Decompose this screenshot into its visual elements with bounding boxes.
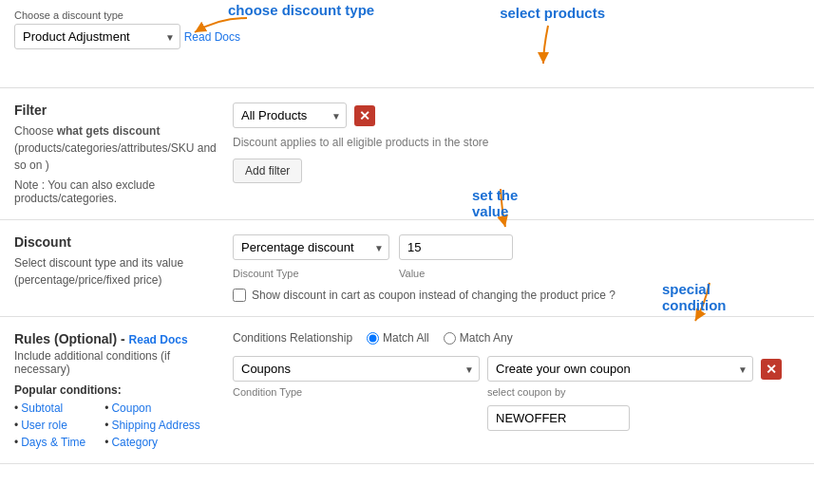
condition-type-field-label: Condition Type	[233, 386, 480, 398]
filter-note: Note : You can also exclude products/cat…	[14, 178, 218, 205]
rules-read-docs-link[interactable]: Read Docs	[129, 333, 188, 346]
rules-section: special condition Rules (Optional) - Rea…	[0, 317, 814, 464]
discount-desc: Select discount type and its value (perc…	[14, 254, 218, 289]
filter-helper-text: Discount applies to all eligible product…	[233, 136, 800, 149]
user-role-link[interactable]: User role	[14, 419, 85, 432]
coupon-link[interactable]: Coupon	[104, 401, 200, 415]
filter-section: Filter Choose what gets discount (produc…	[0, 88, 814, 220]
rules-desc: Include additional conditions (if necess…	[14, 349, 218, 376]
filter-desc: Choose what gets discount (products/cate…	[14, 122, 218, 174]
discount-title: Discount	[14, 234, 218, 250]
filter-desc-bold: what gets discount	[57, 124, 161, 138]
subtotal-link[interactable]: Subtotal	[14, 401, 85, 415]
discount-type-label-field: Discount Type	[233, 268, 389, 279]
discount-type-select[interactable]: Product Adjustment	[14, 24, 180, 49]
arrow-choose-type	[180, 13, 256, 42]
conditions-relationship-label: Conditions Relationship	[233, 331, 352, 345]
discount-section: set the value Discount Select discount t…	[0, 220, 814, 317]
rules-title: Rules (Optional) - Read Docs	[14, 331, 218, 346]
match-any-label[interactable]: Match Any	[444, 331, 513, 345]
filter-title: Filter	[14, 103, 218, 118]
coupon-select-label: select coupon by	[487, 386, 753, 398]
popular-conditions-title: Popular conditions:	[14, 383, 218, 397]
show-as-coupon-checkbox[interactable]	[233, 289, 246, 302]
match-all-label[interactable]: Match All	[367, 331, 429, 345]
discount-type-dropdown[interactable]: Percentage discount	[233, 234, 389, 260]
discount-value-input[interactable]	[399, 234, 513, 260]
shipping-address-link[interactable]: Shipping Address	[104, 419, 200, 432]
condition-type-select[interactable]: Coupons	[233, 356, 480, 382]
match-all-text: Match All	[383, 331, 429, 345]
remove-condition-button[interactable]: ✕	[761, 359, 782, 380]
coupon-select-by[interactable]: Create your own coupon	[487, 356, 753, 382]
match-all-radio[interactable]	[367, 332, 379, 345]
show-as-coupon-label: Show discount in cart as coupon instead …	[252, 289, 615, 302]
annotation-select-products: select products	[500, 5, 605, 21]
arrow-select-products	[520, 21, 577, 68]
match-any-text: Match Any	[460, 331, 513, 345]
popular-col-1: Subtotal User role Days & Time	[14, 401, 85, 449]
coupon-code-input[interactable]	[487, 405, 630, 431]
days-time-link[interactable]: Days & Time	[14, 436, 85, 449]
match-any-radio[interactable]	[444, 332, 456, 345]
product-filter-select[interactable]: All Products	[233, 103, 347, 128]
remove-filter-button[interactable]: ✕	[354, 105, 375, 126]
conditions-relationship-row: Conditions Relationship Match All Match …	[233, 331, 800, 345]
popular-col-2: Coupon Shipping Address Category	[104, 401, 200, 449]
add-filter-button[interactable]: Add filter	[233, 159, 302, 183]
category-link[interactable]: Category	[104, 436, 200, 449]
discount-value-label: Value	[399, 268, 513, 279]
